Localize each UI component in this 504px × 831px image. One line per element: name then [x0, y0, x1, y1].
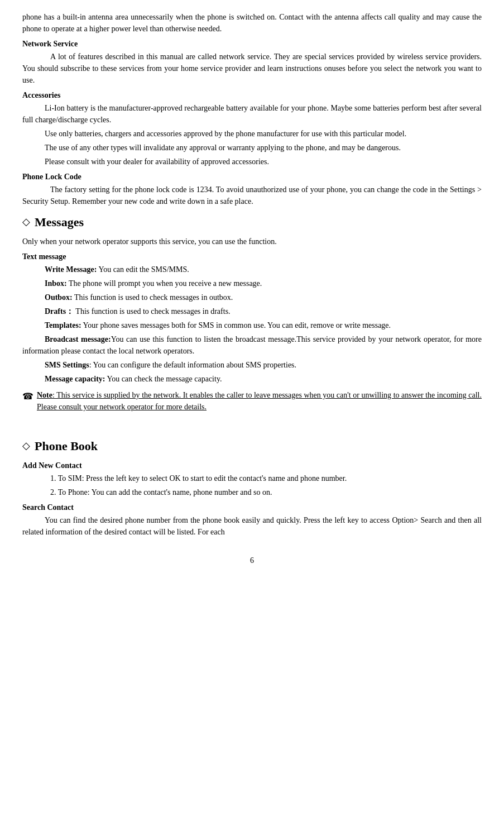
- templates-label: Templates:: [45, 321, 81, 329]
- accessories-para-1: Li-Ion battery is the manufacturer-appro…: [22, 102, 482, 126]
- phone-book-diamond-icon: ◇: [22, 438, 30, 453]
- message-capacity-line: Message capacity: You can check the mess…: [22, 373, 482, 385]
- text-message-heading: Text message: [22, 251, 482, 262]
- message-capacity-label: Message capacity:: [45, 375, 105, 383]
- phone-icon: ☎: [22, 390, 33, 403]
- accessories-para-4: Please consult with your dealer for avai…: [22, 156, 482, 168]
- sms-settings-line: SMS Settings: You can configure the defa…: [22, 359, 482, 371]
- add-contact-2: 2. To Phone: You can add the contact's n…: [22, 486, 482, 498]
- message-capacity-text: You can check the message capacity.: [105, 375, 222, 383]
- write-message-line: Write Message: You can edit the SMS/MMS.: [22, 264, 482, 275]
- sms-settings-label: SMS Settings: [45, 361, 89, 369]
- note-text: Note: This service is supplied by the ne…: [37, 389, 482, 413]
- intro-para-1: phone has a built-in antenna area unnece…: [22, 11, 482, 35]
- drafts-label: Drafts：: [45, 307, 74, 316]
- add-new-contact-heading: Add New Contact: [22, 460, 482, 471]
- templates-text: Your phone saves messages both for SMS i…: [81, 321, 391, 329]
- search-contact-text: You can find the desired phone number fr…: [22, 514, 482, 538]
- inbox-line: Inbox: The phone will prompt you when yo…: [22, 278, 482, 289]
- outbox-text: This function is used to check messages …: [73, 293, 233, 302]
- drafts-text: This function is used to check messages …: [74, 307, 230, 316]
- templates-line: Templates: Your phone saves messages bot…: [22, 319, 482, 331]
- phone-book-section-heading: ◇ Phone Book: [22, 437, 482, 455]
- accessories-para-3: The use of any other types will invalida…: [22, 142, 482, 154]
- phone-book-title: Phone Book: [35, 437, 98, 455]
- messages-section-heading: ◇ Messages: [22, 213, 482, 231]
- network-service-para: A lot of features described in this manu…: [22, 51, 482, 86]
- outbox-label: Outbox:: [45, 293, 73, 302]
- add-contact-1: 1. To SIM: Press the left key to select …: [22, 472, 482, 484]
- outbox-line: Outbox: This function is used to check m…: [22, 292, 482, 303]
- page-number: 6: [22, 555, 482, 566]
- sms-settings-text: : You can configure the default informat…: [89, 361, 296, 369]
- network-service-heading: Network Service: [22, 38, 482, 50]
- broadcast-label: Broadcast message:: [45, 335, 111, 343]
- inbox-text: The phone will prompt you when you recei…: [67, 279, 262, 288]
- inbox-label: Inbox:: [45, 279, 67, 288]
- search-contact-heading: Search Contact: [22, 502, 482, 513]
- note-line: ☎ Note: This service is supplied by the …: [22, 389, 482, 413]
- write-message-text: You can edit the SMS/MMS.: [97, 265, 189, 274]
- note-body: : This service is supplied by the networ…: [37, 391, 482, 411]
- phone-lock-para: The factory setting for the phone lock c…: [22, 184, 482, 207]
- messages-title: Messages: [35, 213, 84, 231]
- note-label: Note: [37, 391, 52, 399]
- page-content: phone has a built-in antenna area unnece…: [22, 11, 482, 566]
- messages-intro: Only when your network operator supports…: [22, 236, 482, 247]
- phone-lock-heading: Phone Lock Code: [22, 171, 482, 183]
- drafts-line: Drafts： This function is used to check m…: [22, 305, 482, 317]
- messages-diamond-icon: ◇: [22, 214, 30, 230]
- broadcast-line: Broadcast message:You can use this funct…: [22, 333, 482, 357]
- accessories-heading: Accessories: [22, 89, 482, 101]
- accessories-para-2: Use only batteries, chargers and accesso…: [22, 128, 482, 140]
- write-message-label: Write Message:: [45, 265, 97, 274]
